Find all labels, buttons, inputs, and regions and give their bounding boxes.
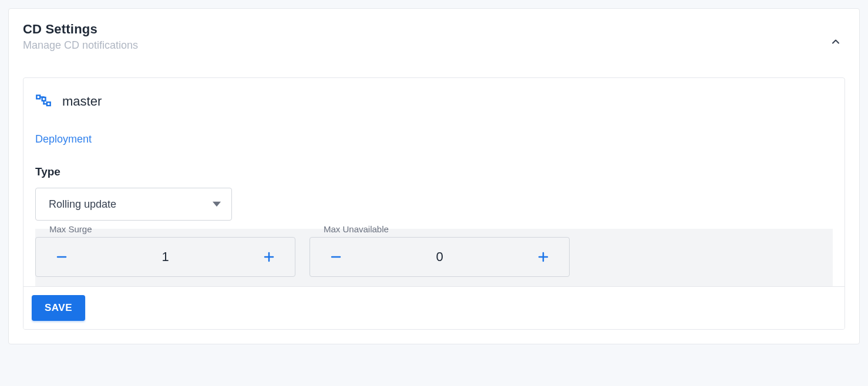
save-button[interactable]: SAVE xyxy=(32,295,85,321)
max-surge-label: Max Surge xyxy=(48,224,93,234)
pipeline-icon xyxy=(35,93,52,110)
type-label: Type xyxy=(35,165,833,178)
inner-card-body: master Deployment Type Rolling update Ma… xyxy=(23,78,845,286)
max-unavailable-group: Max Unavailable 0 xyxy=(309,229,570,277)
max-surge-value: 1 xyxy=(162,249,169,265)
max-unavailable-label: Max Unavailable xyxy=(322,224,390,234)
minus-icon xyxy=(55,250,69,264)
max-unavailable-value: 0 xyxy=(436,249,443,265)
chevron-up-icon xyxy=(830,36,842,48)
card-header: CD Settings Manage CD notifications xyxy=(23,22,845,52)
max-surge-group: Max Surge 1 xyxy=(35,229,295,277)
branch-name: master xyxy=(62,94,102,109)
plus-icon xyxy=(262,250,276,264)
tab-deployment[interactable]: Deployment xyxy=(35,133,833,145)
max-surge-increment[interactable] xyxy=(260,248,278,266)
minus-icon xyxy=(329,250,343,264)
max-surge-decrement[interactable] xyxy=(52,248,71,266)
branch-settings-card: master Deployment Type Rolling update Ma… xyxy=(23,77,845,330)
type-select[interactable]: Rolling update xyxy=(35,188,232,221)
branch-row: master xyxy=(35,93,833,110)
card-footer: SAVE xyxy=(23,286,845,329)
cd-settings-card: CD Settings Manage CD notifications xyxy=(8,8,860,344)
stepper-row: Max Surge 1 xyxy=(35,229,833,286)
max-surge-stepper: 1 xyxy=(35,237,295,277)
card-title: CD Settings xyxy=(23,22,138,37)
plus-icon xyxy=(536,250,550,264)
max-unavailable-increment[interactable] xyxy=(534,248,553,266)
caret-down-icon xyxy=(213,200,221,208)
max-unavailable-decrement[interactable] xyxy=(327,248,345,266)
header-text: CD Settings Manage CD notifications xyxy=(23,22,138,52)
collapse-button[interactable] xyxy=(826,32,845,51)
type-select-value: Rolling update xyxy=(49,198,116,211)
max-unavailable-stepper: 0 xyxy=(309,237,570,277)
card-subtitle: Manage CD notifications xyxy=(23,39,138,52)
